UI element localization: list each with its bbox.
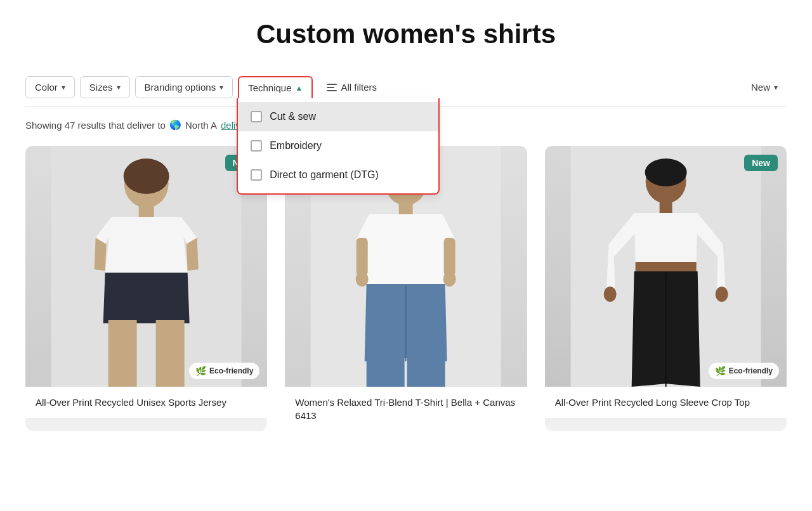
product-name-1: All-Over Print Recycled Unisex Sports Je… (36, 396, 257, 409)
product-image-1: New (25, 146, 267, 387)
leaf-icon-3: 🌿 (715, 366, 726, 376)
technique-option-embroidery[interactable]: Embroidery (238, 131, 438, 160)
all-filters-label: All filters (341, 82, 377, 93)
new-sort-chevron-down-icon: ▾ (774, 83, 778, 92)
embroidery-label: Embroidery (270, 140, 322, 152)
technique-filter-wrapper: Technique ▲ Cut & sew Embroidery Di (238, 76, 313, 98)
branding-filter-label: Branding options (145, 82, 216, 93)
technique-chevron-up-icon: ▲ (296, 84, 303, 93)
svg-rect-3 (139, 203, 154, 219)
svg-rect-20 (659, 200, 672, 214)
svg-rect-11 (444, 238, 455, 276)
svg-rect-16 (407, 358, 445, 387)
results-count-text: Showing 47 results that deliver to (25, 120, 166, 131)
svg-rect-5 (156, 320, 185, 387)
new-sort-button[interactable]: New ▾ (742, 77, 787, 98)
technique-filter-button[interactable]: Technique ▲ (238, 76, 313, 98)
branding-chevron-down-icon: ▾ (219, 83, 223, 92)
filter-bar: Color ▾ Sizes ▾ Branding options ▾ Techn… (25, 68, 787, 107)
technique-option-cut-sew[interactable]: Cut & sew (238, 102, 438, 131)
product-info-2: Women's Relaxed Tri-Blend T-Shirt | Bell… (285, 387, 527, 431)
svg-rect-4 (108, 320, 137, 387)
product-badge-3: New (744, 155, 778, 171)
page-title: Custom women's shirts (25, 19, 787, 49)
eco-label-1: Eco-friendly (209, 366, 253, 375)
embroidery-checkbox[interactable] (251, 140, 262, 152)
product-card-3[interactable]: New (545, 146, 787, 431)
technique-filter-label: Technique (248, 82, 291, 93)
technique-dropdown-menu: Cut & sew Embroidery Direct to garment (… (237, 98, 440, 195)
product-image-3: New (545, 146, 787, 387)
svg-point-22 (715, 287, 728, 302)
product-info-3: All-Over Print Recycled Long Sleeve Crop… (545, 387, 787, 418)
color-filter-label: Color (35, 82, 58, 93)
sizes-filter-label: Sizes (89, 82, 113, 93)
dtg-label: Direct to garment (DTG) (270, 169, 379, 181)
leaf-icon-1: 🌿 (195, 366, 206, 376)
cut-sew-checkbox[interactable] (251, 111, 262, 122)
svg-rect-15 (367, 358, 405, 387)
sizes-chevron-down-icon: ▾ (117, 83, 121, 92)
product-card-1[interactable]: New (25, 146, 267, 431)
eco-label-3: Eco-friendly (729, 366, 773, 375)
cut-sew-label: Cut & sew (270, 111, 316, 122)
product-name-3: All-Over Print Recycled Long Sleeve Crop… (555, 396, 776, 409)
globe-icon: 🌎 (169, 119, 181, 131)
region-text: North A (185, 120, 217, 131)
sizes-filter-button[interactable]: Sizes ▾ (80, 76, 130, 98)
eco-badge-1: 🌿 Eco-friendly (189, 363, 259, 379)
color-filter-button[interactable]: Color ▾ (25, 76, 75, 98)
svg-rect-9 (399, 202, 413, 216)
all-filters-button[interactable]: All filters (318, 77, 386, 98)
technique-option-dtg[interactable]: Direct to garment (DTG) (238, 160, 438, 190)
svg-point-21 (603, 287, 616, 302)
product-name-2: Women's Relaxed Tri-Blend T-Shirt | Bell… (295, 396, 516, 422)
color-chevron-down-icon: ▾ (62, 83, 65, 92)
branding-filter-button[interactable]: Branding options ▾ (135, 76, 233, 98)
svg-point-19 (645, 158, 686, 186)
filter-lines-icon (327, 84, 337, 91)
svg-rect-10 (357, 238, 368, 276)
dtg-checkbox[interactable] (251, 169, 262, 181)
product-info-1: All-Over Print Recycled Unisex Sports Je… (25, 387, 267, 418)
new-sort-label: New (751, 82, 770, 93)
eco-badge-3: 🌿 Eco-friendly (709, 363, 779, 379)
svg-point-2 (124, 158, 169, 194)
